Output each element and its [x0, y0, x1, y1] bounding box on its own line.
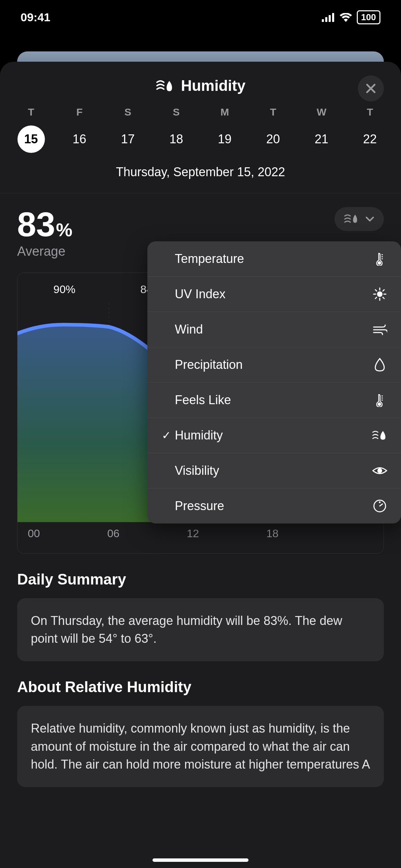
page-title: Humidity	[156, 77, 245, 94]
home-indicator[interactable]	[153, 858, 248, 862]
detail-sheet: Humidity T15F16S17S18M19T20W21T22 Thursd…	[0, 62, 401, 868]
stat-unit: %	[56, 219, 72, 240]
svg-line-16	[383, 290, 384, 291]
chart-x-axis: 00 06 12 18	[17, 522, 384, 547]
svg-point-19	[377, 468, 382, 473]
svg-line-22	[380, 504, 382, 506]
close-icon	[366, 83, 376, 94]
dropdown-label: Temperature	[175, 252, 372, 266]
svg-line-15	[383, 297, 384, 299]
day-number: 17	[114, 125, 142, 153]
summary-card: On Thursday, the average humidity will b…	[17, 598, 384, 661]
svg-line-17	[375, 297, 377, 299]
dropdown-item-uv-index[interactable]: UV Index	[147, 277, 401, 312]
svg-line-14	[375, 290, 377, 291]
day-letter: F	[76, 106, 83, 118]
day-17[interactable]: S17	[112, 106, 143, 153]
dropdown-label: Precipitation	[175, 358, 372, 372]
svg-rect-2	[329, 15, 331, 22]
status-bar: 09:41 100	[0, 0, 401, 31]
status-time: 09:41	[21, 11, 50, 24]
status-icons: 100	[322, 10, 380, 24]
day-letter: T	[270, 106, 276, 118]
day-19[interactable]: M19	[209, 106, 240, 153]
thermometer-icon	[372, 393, 387, 407]
day-letter: S	[124, 106, 131, 118]
full-date: Thursday, September 15, 2022	[0, 165, 401, 193]
dropdown-label: UV Index	[175, 287, 372, 301]
dropdown-item-humidity[interactable]: ✓Humidity	[147, 418, 401, 453]
humidity-icon	[344, 213, 359, 225]
day-number: 22	[356, 125, 384, 153]
eye-icon	[372, 466, 387, 476]
chevron-down-icon	[365, 216, 374, 222]
svg-rect-1	[325, 17, 327, 22]
svg-point-21	[379, 502, 381, 503]
drop-icon	[372, 358, 387, 372]
dropdown-item-precipitation[interactable]: Precipitation	[147, 347, 401, 383]
stat-value: 83	[17, 207, 55, 241]
checkmark-icon: ✓	[158, 429, 175, 442]
main-content: 83 % Average 90% 84	[0, 193, 401, 801]
dropdown-label: Pressure	[175, 499, 372, 513]
humidity-icon	[372, 429, 387, 442]
dropdown-item-visibility[interactable]: Visibility	[147, 453, 401, 489]
day-number: 20	[259, 125, 287, 153]
summary-title: Daily Summary	[17, 571, 384, 588]
dropdown-item-wind[interactable]: Wind	[147, 312, 401, 347]
day-number: 21	[308, 125, 335, 153]
thermometer-icon	[372, 252, 387, 266]
day-letter: T	[367, 106, 373, 118]
metric-dropdown: TemperatureUV IndexWindPrecipitationFeel…	[147, 241, 401, 523]
sheet-header: Humidity	[0, 62, 401, 106]
humidity-icon	[156, 78, 175, 93]
day-16[interactable]: F16	[64, 106, 95, 153]
day-letter: M	[220, 106, 229, 118]
dropdown-item-temperature[interactable]: Temperature	[147, 241, 401, 277]
dropdown-label: Feels Like	[175, 393, 372, 407]
day-number: 19	[211, 125, 239, 153]
day-15[interactable]: T15	[16, 106, 47, 153]
day-number: 18	[162, 125, 190, 153]
about-title: About Relative Humidity	[17, 678, 384, 696]
day-letter: T	[28, 106, 34, 118]
gauge-icon	[372, 499, 387, 513]
svg-point-9	[377, 291, 382, 297]
day-21[interactable]: W21	[306, 106, 337, 153]
wifi-icon	[340, 13, 352, 22]
day-20[interactable]: T20	[258, 106, 289, 153]
sun-icon	[372, 287, 387, 301]
metric-toggle[interactable]	[335, 207, 384, 231]
dropdown-item-pressure[interactable]: Pressure	[147, 489, 401, 523]
day-number: 16	[66, 125, 93, 153]
close-button[interactable]	[358, 75, 384, 101]
dropdown-label: Wind	[175, 322, 372, 337]
stat-label: Average	[17, 244, 72, 259]
day-number: 15	[17, 125, 45, 153]
day-letter: W	[317, 106, 326, 118]
battery-indicator: 100	[357, 10, 380, 24]
day-22[interactable]: T22	[354, 106, 385, 153]
svg-rect-3	[332, 13, 334, 22]
svg-point-8	[378, 261, 381, 265]
dropdown-label: Humidity	[175, 428, 372, 443]
svg-point-18	[378, 402, 381, 406]
cellular-icon	[322, 13, 335, 22]
about-card: Relative humidity, commonly known just a…	[17, 706, 384, 787]
svg-rect-0	[322, 19, 324, 22]
dropdown-label: Visibility	[175, 463, 372, 478]
main-stat: 83 % Average	[17, 207, 72, 259]
day-18[interactable]: S18	[161, 106, 192, 153]
wind-icon	[372, 324, 387, 335]
day-letter: S	[173, 106, 180, 118]
dropdown-item-feels-like[interactable]: Feels Like	[147, 383, 401, 418]
day-selector: T15F16S17S18M19T20W21T22	[0, 106, 401, 153]
